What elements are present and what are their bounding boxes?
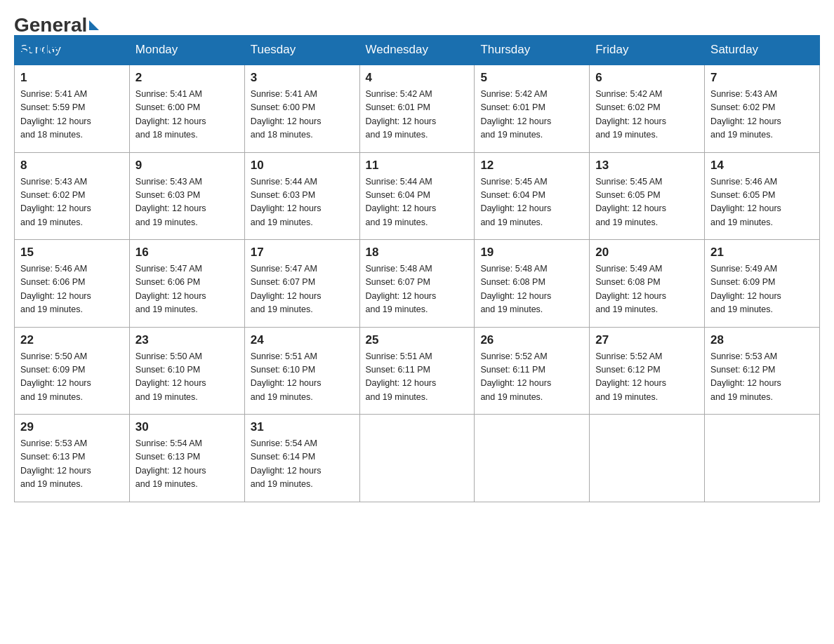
- calendar-header: SundayMondayTuesdayWednesdayThursdayFrid…: [15, 36, 820, 65]
- day-info: Sunrise: 5:48 AMSunset: 6:07 PMDaylight:…: [366, 264, 437, 314]
- logo-container: General Blue: [14, 14, 99, 59]
- day-number: 23: [135, 333, 239, 347]
- calendar-cell: 27 Sunrise: 5:52 AMSunset: 6:12 PMDaylig…: [590, 327, 705, 415]
- calendar-cell: [705, 415, 820, 502]
- day-number: 15: [20, 246, 124, 260]
- day-number: 29: [20, 420, 124, 434]
- day-number: 21: [710, 246, 814, 260]
- calendar-cell: [359, 415, 475, 502]
- day-number: 13: [595, 159, 699, 173]
- logo-line2: Blue: [14, 36, 99, 59]
- day-number: 19: [480, 246, 583, 260]
- calendar-cell: 16 Sunrise: 5:47 AMSunset: 6:06 PMDaylig…: [129, 240, 244, 328]
- calendar-cell: 31 Sunrise: 5:54 AMSunset: 6:14 PMDaylig…: [244, 415, 359, 502]
- day-info: Sunrise: 5:54 AMSunset: 6:14 PMDaylight:…: [251, 438, 322, 489]
- logo-general: General: [14, 14, 87, 36]
- day-info: Sunrise: 5:53 AMSunset: 6:13 PMDaylight:…: [20, 438, 91, 489]
- day-info: Sunrise: 5:42 AMSunset: 6:02 PMDaylight:…: [595, 89, 666, 140]
- day-info: Sunrise: 5:46 AMSunset: 6:05 PMDaylight:…: [710, 177, 781, 227]
- day-info: Sunrise: 5:42 AMSunset: 6:01 PMDaylight:…: [366, 89, 437, 140]
- day-info: Sunrise: 5:53 AMSunset: 6:12 PMDaylight:…: [710, 351, 781, 402]
- day-number: 7: [710, 71, 814, 85]
- calendar-cell: 30 Sunrise: 5:54 AMSunset: 6:13 PMDaylig…: [129, 415, 244, 502]
- day-info: Sunrise: 5:48 AMSunset: 6:08 PMDaylight:…: [480, 264, 551, 314]
- calendar-cell: 7 Sunrise: 5:43 AMSunset: 6:02 PMDayligh…: [705, 65, 820, 152]
- week-row-3: 15 Sunrise: 5:46 AMSunset: 6:06 PMDaylig…: [15, 240, 820, 328]
- day-number: 14: [710, 159, 814, 173]
- day-info: Sunrise: 5:46 AMSunset: 6:06 PMDaylight:…: [20, 264, 91, 314]
- day-number: 26: [480, 333, 583, 347]
- calendar-cell: 10 Sunrise: 5:44 AMSunset: 6:03 PMDaylig…: [244, 152, 359, 240]
- day-info: Sunrise: 5:44 AMSunset: 6:03 PMDaylight:…: [251, 177, 322, 227]
- calendar-cell: 21 Sunrise: 5:49 AMSunset: 6:09 PMDaylig…: [705, 240, 820, 328]
- week-row-4: 22 Sunrise: 5:50 AMSunset: 6:09 PMDaylig…: [15, 327, 820, 415]
- calendar-cell: 8 Sunrise: 5:43 AMSunset: 6:02 PMDayligh…: [15, 152, 130, 240]
- logo-arrow-icon: [89, 20, 99, 30]
- day-number: 31: [251, 420, 354, 434]
- calendar-cell: 19 Sunrise: 5:48 AMSunset: 6:08 PMDaylig…: [475, 240, 590, 328]
- calendar-cell: 15 Sunrise: 5:46 AMSunset: 6:06 PMDaylig…: [15, 240, 130, 328]
- day-info: Sunrise: 5:49 AMSunset: 6:08 PMDaylight:…: [595, 264, 666, 314]
- calendar-table: SundayMondayTuesdayWednesdayThursdayFrid…: [14, 35, 820, 502]
- day-number: 1: [20, 71, 124, 85]
- header-monday: Monday: [129, 36, 244, 65]
- day-info: Sunrise: 5:51 AMSunset: 6:11 PMDaylight:…: [366, 351, 437, 402]
- calendar-cell: 25 Sunrise: 5:51 AMSunset: 6:11 PMDaylig…: [359, 327, 475, 415]
- calendar-cell: 9 Sunrise: 5:43 AMSunset: 6:03 PMDayligh…: [129, 152, 244, 240]
- calendar-cell: 23 Sunrise: 5:50 AMSunset: 6:10 PMDaylig…: [129, 327, 244, 415]
- calendar-cell: 6 Sunrise: 5:42 AMSunset: 6:02 PMDayligh…: [590, 65, 705, 152]
- day-info: Sunrise: 5:41 AMSunset: 5:59 PMDaylight:…: [20, 89, 91, 140]
- day-number: 8: [20, 159, 124, 173]
- day-info: Sunrise: 5:47 AMSunset: 6:07 PMDaylight:…: [251, 264, 322, 314]
- day-number: 10: [251, 159, 354, 173]
- calendar-cell: 2 Sunrise: 5:41 AMSunset: 6:00 PMDayligh…: [129, 65, 244, 152]
- day-info: Sunrise: 5:43 AMSunset: 6:03 PMDaylight:…: [135, 177, 206, 227]
- week-row-1: 1 Sunrise: 5:41 AMSunset: 5:59 PMDayligh…: [15, 65, 820, 152]
- day-info: Sunrise: 5:52 AMSunset: 6:11 PMDaylight:…: [480, 351, 551, 402]
- day-number: 17: [251, 246, 354, 260]
- calendar-cell: 11 Sunrise: 5:44 AMSunset: 6:04 PMDaylig…: [359, 152, 475, 240]
- day-number: 12: [480, 159, 583, 173]
- header-saturday: Saturday: [705, 36, 820, 65]
- header-thursday: Thursday: [475, 36, 590, 65]
- day-info: Sunrise: 5:50 AMSunset: 6:10 PMDaylight:…: [135, 351, 206, 402]
- calendar-cell: 4 Sunrise: 5:42 AMSunset: 6:01 PMDayligh…: [359, 65, 475, 152]
- calendar-cell: 18 Sunrise: 5:48 AMSunset: 6:07 PMDaylig…: [359, 240, 475, 328]
- day-info: Sunrise: 5:44 AMSunset: 6:04 PMDaylight:…: [366, 177, 437, 227]
- day-info: Sunrise: 5:50 AMSunset: 6:09 PMDaylight:…: [20, 351, 91, 402]
- day-info: Sunrise: 5:41 AMSunset: 6:00 PMDaylight:…: [251, 89, 322, 140]
- day-number: 28: [710, 333, 814, 347]
- day-number: 9: [135, 159, 239, 173]
- day-info: Sunrise: 5:52 AMSunset: 6:12 PMDaylight:…: [595, 351, 666, 402]
- calendar-cell: 13 Sunrise: 5:45 AMSunset: 6:05 PMDaylig…: [590, 152, 705, 240]
- day-number: 5: [480, 71, 583, 85]
- day-info: Sunrise: 5:43 AMSunset: 6:02 PMDaylight:…: [20, 177, 91, 227]
- day-number: 4: [366, 71, 469, 85]
- calendar-cell: [590, 415, 705, 502]
- day-info: Sunrise: 5:42 AMSunset: 6:01 PMDaylight:…: [480, 89, 551, 140]
- day-number: 22: [20, 333, 124, 347]
- calendar-cell: 20 Sunrise: 5:49 AMSunset: 6:08 PMDaylig…: [590, 240, 705, 328]
- calendar-cell: 1 Sunrise: 5:41 AMSunset: 5:59 PMDayligh…: [15, 65, 130, 152]
- week-row-5: 29 Sunrise: 5:53 AMSunset: 6:13 PMDaylig…: [15, 415, 820, 502]
- day-number: 2: [135, 71, 239, 85]
- day-info: Sunrise: 5:51 AMSunset: 6:10 PMDaylight:…: [251, 351, 322, 402]
- calendar-cell: 17 Sunrise: 5:47 AMSunset: 6:07 PMDaylig…: [244, 240, 359, 328]
- day-number: 6: [595, 71, 699, 85]
- day-number: 16: [135, 246, 239, 260]
- calendar-cell: 29 Sunrise: 5:53 AMSunset: 6:13 PMDaylig…: [15, 415, 130, 502]
- calendar-cell: 3 Sunrise: 5:41 AMSunset: 6:00 PMDayligh…: [244, 65, 359, 152]
- calendar-cell: 12 Sunrise: 5:45 AMSunset: 6:04 PMDaylig…: [475, 152, 590, 240]
- day-number: 18: [366, 246, 469, 260]
- day-number: 20: [595, 246, 699, 260]
- calendar-cell: 5 Sunrise: 5:42 AMSunset: 6:01 PMDayligh…: [475, 65, 590, 152]
- calendar-cell: 22 Sunrise: 5:50 AMSunset: 6:09 PMDaylig…: [15, 327, 130, 415]
- day-info: Sunrise: 5:41 AMSunset: 6:00 PMDaylight:…: [135, 89, 206, 140]
- header-row: SundayMondayTuesdayWednesdayThursdayFrid…: [15, 36, 820, 65]
- header-wednesday: Wednesday: [359, 36, 475, 65]
- day-number: 30: [135, 420, 239, 434]
- header-friday: Friday: [590, 36, 705, 65]
- calendar-cell: 24 Sunrise: 5:51 AMSunset: 6:10 PMDaylig…: [244, 327, 359, 415]
- day-number: 25: [366, 333, 469, 347]
- week-row-2: 8 Sunrise: 5:43 AMSunset: 6:02 PMDayligh…: [15, 152, 820, 240]
